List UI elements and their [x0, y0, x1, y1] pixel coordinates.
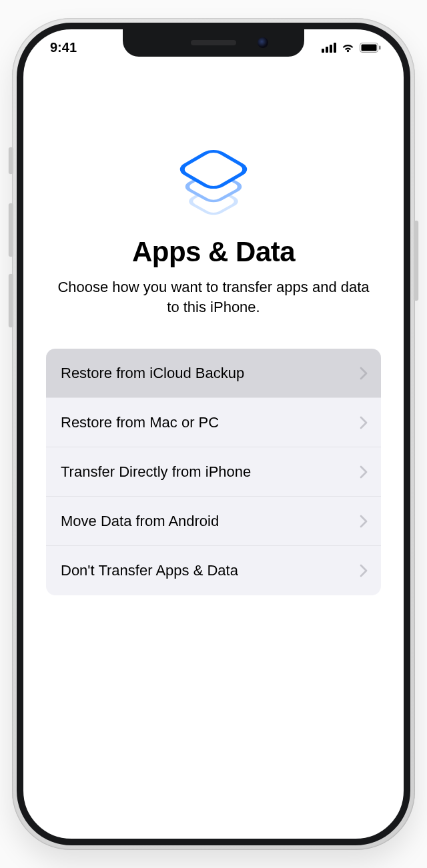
chevron-right-icon: [360, 416, 368, 429]
option-restore-from-mac-or-pc[interactable]: Restore from Mac or PC: [46, 398, 381, 447]
option-transfer-directly-from-iphone[interactable]: Transfer Directly from iPhone: [46, 447, 381, 497]
stacked-layers-icon: [163, 123, 264, 223]
transfer-options-list: Restore from iCloud Backup Restore from …: [46, 349, 381, 595]
front-camera: [258, 37, 268, 48]
option-label: Don't Transfer Apps & Data: [61, 562, 238, 579]
iphone-device-frame: 9:41: [12, 18, 415, 850]
notch: [123, 29, 304, 57]
option-label: Move Data from Android: [61, 513, 219, 530]
option-restore-from-icloud-backup[interactable]: Restore from iCloud Backup: [46, 349, 381, 398]
status-indicators: [322, 43, 381, 53]
volume-up-button: [9, 203, 13, 257]
chevron-right-icon: [360, 564, 368, 577]
option-label: Transfer Directly from iPhone: [61, 463, 251, 481]
speaker-grille: [191, 40, 236, 45]
status-time: 9:41: [50, 40, 77, 55]
battery-icon: [360, 43, 381, 53]
setup-apps-and-data-screen: Apps & Data Choose how you want to trans…: [23, 29, 404, 839]
page-subtitle: Choose how you want to transfer apps and…: [23, 277, 404, 317]
mute-switch: [9, 147, 13, 174]
cellular-signal-icon: [322, 43, 336, 53]
screen: 9:41: [17, 23, 410, 845]
svg-rect-2: [379, 45, 381, 49]
option-move-data-from-android[interactable]: Move Data from Android: [46, 497, 381, 546]
chevron-right-icon: [360, 515, 368, 528]
chevron-right-icon: [360, 367, 368, 380]
svg-rect-1: [362, 44, 377, 51]
option-dont-transfer-apps-and-data[interactable]: Don't Transfer Apps & Data: [46, 546, 381, 595]
option-label: Restore from iCloud Backup: [61, 365, 244, 382]
chevron-right-icon: [360, 465, 368, 479]
power-button: [414, 221, 418, 301]
option-label: Restore from Mac or PC: [61, 414, 219, 431]
wifi-icon: [341, 43, 355, 53]
volume-down-button: [9, 274, 13, 327]
page-title: Apps & Data: [132, 236, 295, 268]
